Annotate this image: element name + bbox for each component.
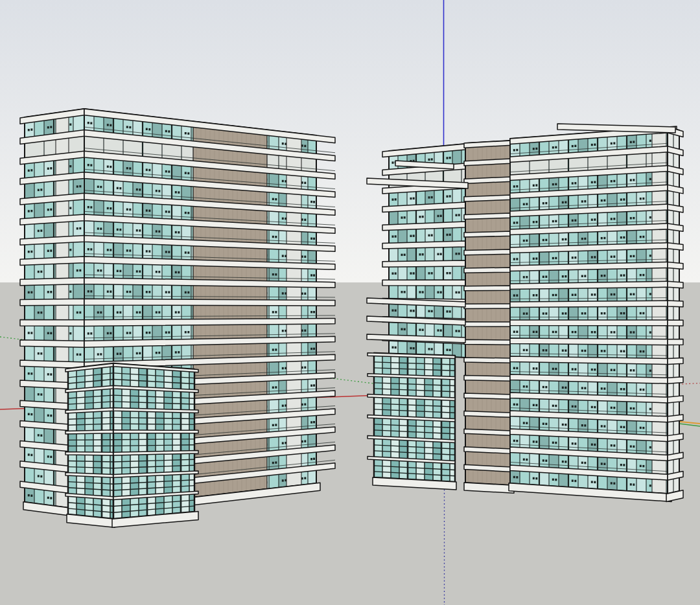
3d-viewport[interactable] xyxy=(0,0,700,605)
building-right-model[interactable] xyxy=(367,124,683,501)
viewport-canvas[interactable] xyxy=(0,0,700,605)
building-left-model[interactable] xyxy=(20,109,335,527)
